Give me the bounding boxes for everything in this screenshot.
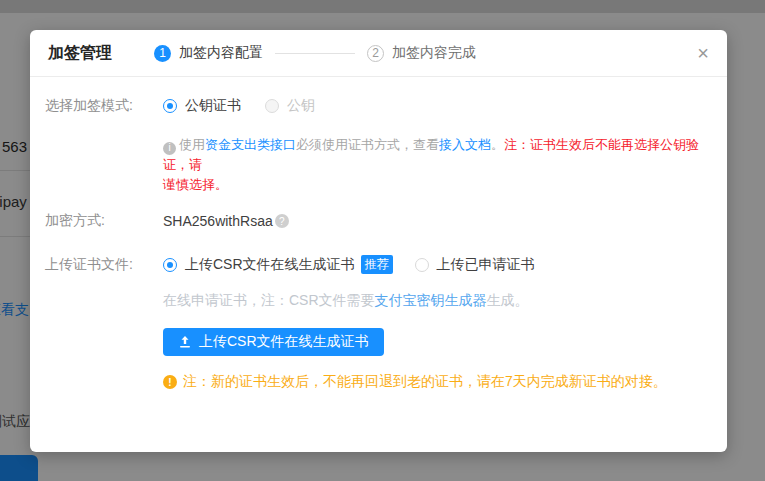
close-icon[interactable]: × bbox=[697, 43, 709, 63]
radio-public-key-label[interactable]: 公钥 bbox=[287, 97, 315, 115]
modal-header: 加签管理 1 加签内容配置 2 加签内容完成 × bbox=[30, 30, 727, 77]
recommend-badge: 推荐 bbox=[361, 255, 393, 274]
modal-title: 加签管理 bbox=[48, 43, 112, 64]
radio-upload-csr[interactable]: 上传CSR文件在线生成证书 推荐 bbox=[163, 255, 393, 274]
new-cert-warning-text: 注：新的证书生效后，不能再回退到老的证书，请在7天内完成新证书的对接。 bbox=[183, 373, 667, 391]
upload-cert-row: 上传证书文件: 上传CSR文件在线生成证书 推荐 上传已申请证书 bbox=[45, 255, 715, 274]
encrypt-method-text: SHA256withRsaa bbox=[163, 213, 273, 229]
hint-text-1: 在线申请证书，注：CSR文件需要 bbox=[163, 292, 375, 308]
hint-text-2: 生成。 bbox=[487, 292, 529, 308]
upload-button-wrap: 上传CSR文件在线生成证书 bbox=[45, 310, 715, 356]
upload-button-label: 上传CSR文件在线生成证书 bbox=[199, 333, 369, 351]
upload-cert-label: 上传证书文件: bbox=[45, 256, 163, 274]
radio-upload-existing[interactable]: 上传已申请证书 bbox=[415, 256, 535, 274]
encrypt-method-value: SHA256withRsaa ? bbox=[163, 213, 289, 229]
radio-public-key-cert-label[interactable]: 公钥证书 bbox=[185, 97, 241, 115]
key-generator-link[interactable]: 支付宝密钥生成器 bbox=[375, 292, 487, 308]
step-2-label: 加签内容完成 bbox=[392, 44, 476, 62]
radio-unchecked-icon[interactable] bbox=[415, 258, 429, 272]
upload-csr-button[interactable]: 上传CSR文件在线生成证书 bbox=[163, 328, 384, 356]
encrypt-method-row: 加密方式: SHA256withRsaa ? bbox=[45, 212, 715, 230]
sign-mode-row: 选择加签模式: 公钥证书 公钥 bbox=[45, 97, 715, 115]
sign-mode-radio-group: 公钥证书 公钥 bbox=[163, 97, 315, 115]
radio-upload-existing-label[interactable]: 上传已申请证书 bbox=[437, 256, 535, 274]
info-icon: i bbox=[163, 142, 176, 155]
radio-checked-icon[interactable] bbox=[163, 258, 177, 272]
radio-public-key-cert[interactable]: 公钥证书 bbox=[163, 97, 241, 115]
signature-management-modal: 加签管理 1 加签内容配置 2 加签内容完成 × 选择加签模式: 公钥证书 公钥 bbox=[30, 30, 727, 452]
encrypt-method-label: 加密方式: bbox=[45, 212, 163, 230]
step-1-circle: 1 bbox=[154, 45, 171, 62]
notice-text-3: 。 bbox=[491, 137, 504, 152]
sign-mode-label: 选择加签模式: bbox=[45, 97, 163, 115]
help-icon[interactable]: ? bbox=[275, 214, 289, 228]
step-2-circle: 2 bbox=[367, 45, 384, 62]
csr-hint: 在线申请证书，注：CSR文件需要支付宝密钥生成器生成。 bbox=[163, 292, 715, 310]
step-connector bbox=[275, 53, 355, 54]
warning-icon: ! bbox=[163, 375, 177, 389]
step-1-label: 加签内容配置 bbox=[179, 44, 263, 62]
upload-cert-radio-group: 上传CSR文件在线生成证书 推荐 上传已申请证书 bbox=[163, 255, 535, 274]
cert-mode-notice: i使用资金支出类接口必须使用证书方式，查看接入文档。注：证书生效后不能再选择公钥… bbox=[163, 135, 715, 195]
access-doc-link[interactable]: 接入文档 bbox=[439, 137, 491, 152]
modal-body: 选择加签模式: 公钥证书 公钥 i使用资金支出类接口必须使用证书方式，查看接入文… bbox=[30, 97, 727, 391]
notice-text-2: 必须使用证书方式，查看 bbox=[296, 137, 439, 152]
steps-indicator: 1 加签内容配置 2 加签内容完成 bbox=[154, 44, 476, 62]
radio-public-key[interactable]: 公钥 bbox=[265, 97, 315, 115]
notice-warning-line-2: 谨慎选择。 bbox=[163, 177, 228, 192]
radio-upload-csr-label[interactable]: 上传CSR文件在线生成证书 bbox=[185, 256, 355, 274]
notice-text-1: 使用 bbox=[179, 137, 205, 152]
new-cert-warning: ! 注：新的证书生效后，不能再回退到老的证书，请在7天内完成新证书的对接。 bbox=[163, 373, 715, 391]
radio-disabled-icon[interactable] bbox=[265, 99, 279, 113]
fund-api-link[interactable]: 资金支出类接口 bbox=[205, 137, 296, 152]
radio-checked-icon[interactable] bbox=[163, 99, 177, 113]
upload-icon bbox=[178, 335, 192, 349]
